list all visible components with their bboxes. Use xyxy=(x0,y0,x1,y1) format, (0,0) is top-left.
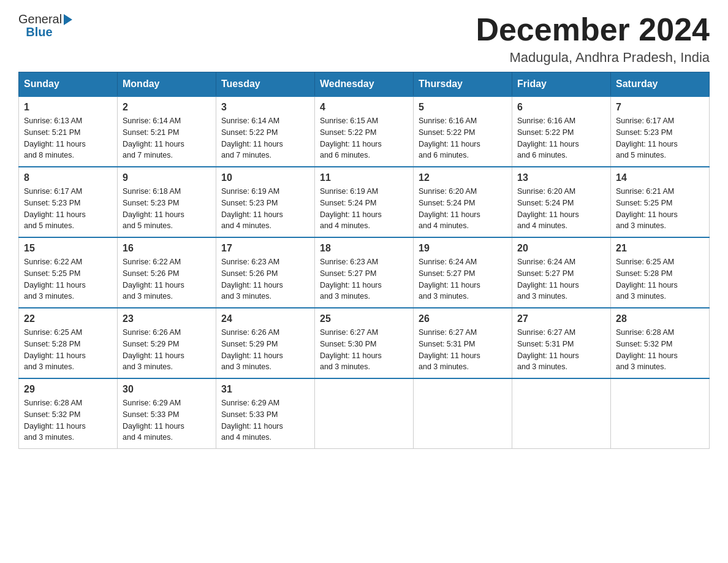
day-info: Sunrise: 6:29 AMSunset: 5:33 PMDaylight:… xyxy=(123,397,211,443)
day-info: Sunrise: 6:16 AMSunset: 5:22 PMDaylight:… xyxy=(517,115,605,161)
header-cell-tuesday: Tuesday xyxy=(216,72,315,97)
day-number: 20 xyxy=(517,243,605,254)
day-number: 4 xyxy=(320,102,408,113)
week-row-1: 1 Sunrise: 6:13 AMSunset: 5:21 PMDayligh… xyxy=(19,96,710,167)
month-title: December 2024 xyxy=(476,12,710,47)
logo-text-general: General xyxy=(18,12,62,26)
day-number: 29 xyxy=(24,384,112,395)
day-info: Sunrise: 6:18 AMSunset: 5:23 PMDaylight:… xyxy=(123,186,211,232)
calendar-cell: 31 Sunrise: 6:29 AMSunset: 5:33 PMDaylig… xyxy=(216,378,315,449)
calendar-cell: 26 Sunrise: 6:27 AMSunset: 5:31 PMDaylig… xyxy=(414,308,512,378)
day-info: Sunrise: 6:23 AMSunset: 5:26 PMDaylight:… xyxy=(221,256,309,302)
day-number: 5 xyxy=(419,102,507,113)
calendar-cell: 27 Sunrise: 6:27 AMSunset: 5:31 PMDaylig… xyxy=(512,308,611,378)
location-title: Madugula, Andhra Pradesh, India xyxy=(476,50,710,66)
calendar-cell: 5 Sunrise: 6:16 AMSunset: 5:22 PMDayligh… xyxy=(414,96,512,167)
calendar-cell: 29 Sunrise: 6:28 AMSunset: 5:32 PMDaylig… xyxy=(19,378,118,449)
day-info: Sunrise: 6:14 AMSunset: 5:22 PMDaylight:… xyxy=(221,115,309,161)
calendar-cell: 9 Sunrise: 6:18 AMSunset: 5:23 PMDayligh… xyxy=(118,167,216,237)
page-header: General Blue December 2024 Madugula, And… xyxy=(18,12,710,66)
calendar-cell: 30 Sunrise: 6:29 AMSunset: 5:33 PMDaylig… xyxy=(118,378,216,449)
day-number: 21 xyxy=(616,243,704,254)
calendar-cell: 22 Sunrise: 6:25 AMSunset: 5:28 PMDaylig… xyxy=(19,308,118,378)
day-info: Sunrise: 6:25 AMSunset: 5:28 PMDaylight:… xyxy=(616,256,704,302)
day-number: 8 xyxy=(24,172,112,183)
day-number: 31 xyxy=(221,384,309,395)
calendar-cell: 7 Sunrise: 6:17 AMSunset: 5:23 PMDayligh… xyxy=(611,96,710,167)
calendar-cell xyxy=(414,378,512,449)
day-number: 7 xyxy=(616,102,704,113)
day-number: 10 xyxy=(221,172,309,183)
day-number: 6 xyxy=(517,102,605,113)
day-info: Sunrise: 6:23 AMSunset: 5:27 PMDaylight:… xyxy=(320,256,408,302)
day-number: 18 xyxy=(320,243,408,254)
calendar-cell: 28 Sunrise: 6:28 AMSunset: 5:32 PMDaylig… xyxy=(611,308,710,378)
day-info: Sunrise: 6:22 AMSunset: 5:26 PMDaylight:… xyxy=(123,256,211,302)
day-info: Sunrise: 6:26 AMSunset: 5:29 PMDaylight:… xyxy=(221,327,309,373)
calendar-cell: 1 Sunrise: 6:13 AMSunset: 5:21 PMDayligh… xyxy=(19,96,118,167)
day-number: 2 xyxy=(123,102,211,113)
day-info: Sunrise: 6:14 AMSunset: 5:21 PMDaylight:… xyxy=(123,115,211,161)
week-row-5: 29 Sunrise: 6:28 AMSunset: 5:32 PMDaylig… xyxy=(19,378,710,449)
day-info: Sunrise: 6:17 AMSunset: 5:23 PMDaylight:… xyxy=(24,186,112,232)
logo-blue-label: Blue xyxy=(26,25,52,39)
title-block: December 2024 Madugula, Andhra Pradesh, … xyxy=(476,12,710,66)
day-info: Sunrise: 6:15 AMSunset: 5:22 PMDaylight:… xyxy=(320,115,408,161)
day-info: Sunrise: 6:21 AMSunset: 5:25 PMDaylight:… xyxy=(616,186,704,232)
header-cell-monday: Monday xyxy=(118,72,216,97)
calendar-cell: 4 Sunrise: 6:15 AMSunset: 5:22 PMDayligh… xyxy=(315,96,414,167)
calendar-cell: 13 Sunrise: 6:20 AMSunset: 5:24 PMDaylig… xyxy=(512,167,611,237)
week-row-3: 15 Sunrise: 6:22 AMSunset: 5:25 PMDaylig… xyxy=(19,237,710,308)
calendar-cell: 14 Sunrise: 6:21 AMSunset: 5:25 PMDaylig… xyxy=(611,167,710,237)
calendar-cell: 3 Sunrise: 6:14 AMSunset: 5:22 PMDayligh… xyxy=(216,96,315,167)
calendar-cell xyxy=(611,378,710,449)
calendar-table: SundayMondayTuesdayWednesdayThursdayFrid… xyxy=(18,72,710,449)
day-number: 9 xyxy=(123,172,211,183)
day-number: 27 xyxy=(517,313,605,324)
day-info: Sunrise: 6:28 AMSunset: 5:32 PMDaylight:… xyxy=(616,327,704,373)
day-number: 19 xyxy=(419,243,507,254)
day-number: 12 xyxy=(419,172,507,183)
day-number: 14 xyxy=(616,172,704,183)
day-info: Sunrise: 6:20 AMSunset: 5:24 PMDaylight:… xyxy=(517,186,605,232)
calendar-cell: 12 Sunrise: 6:20 AMSunset: 5:24 PMDaylig… xyxy=(414,167,512,237)
calendar-cell: 2 Sunrise: 6:14 AMSunset: 5:21 PMDayligh… xyxy=(118,96,216,167)
day-number: 25 xyxy=(320,313,408,324)
day-info: Sunrise: 6:17 AMSunset: 5:23 PMDaylight:… xyxy=(616,115,704,161)
day-info: Sunrise: 6:27 AMSunset: 5:30 PMDaylight:… xyxy=(320,327,408,373)
calendar-cell: 25 Sunrise: 6:27 AMSunset: 5:30 PMDaylig… xyxy=(315,308,414,378)
day-info: Sunrise: 6:24 AMSunset: 5:27 PMDaylight:… xyxy=(419,256,507,302)
calendar-cell xyxy=(315,378,414,449)
calendar-cell: 6 Sunrise: 6:16 AMSunset: 5:22 PMDayligh… xyxy=(512,96,611,167)
header-cell-saturday: Saturday xyxy=(611,72,710,97)
calendar-cell: 19 Sunrise: 6:24 AMSunset: 5:27 PMDaylig… xyxy=(414,237,512,308)
day-number: 15 xyxy=(24,243,112,254)
logo: General Blue xyxy=(18,12,72,39)
calendar-header: SundayMondayTuesdayWednesdayThursdayFrid… xyxy=(19,72,710,97)
calendar-cell: 18 Sunrise: 6:23 AMSunset: 5:27 PMDaylig… xyxy=(315,237,414,308)
day-info: Sunrise: 6:20 AMSunset: 5:24 PMDaylight:… xyxy=(419,186,507,232)
calendar-cell: 11 Sunrise: 6:19 AMSunset: 5:24 PMDaylig… xyxy=(315,167,414,237)
week-row-4: 22 Sunrise: 6:25 AMSunset: 5:28 PMDaylig… xyxy=(19,308,710,378)
day-info: Sunrise: 6:27 AMSunset: 5:31 PMDaylight:… xyxy=(419,327,507,373)
day-number: 3 xyxy=(221,102,309,113)
day-number: 13 xyxy=(517,172,605,183)
day-number: 11 xyxy=(320,172,408,183)
day-info: Sunrise: 6:25 AMSunset: 5:28 PMDaylight:… xyxy=(24,327,112,373)
day-number: 16 xyxy=(123,243,211,254)
calendar-cell: 24 Sunrise: 6:26 AMSunset: 5:29 PMDaylig… xyxy=(216,308,315,378)
day-number: 17 xyxy=(221,243,309,254)
calendar-cell xyxy=(512,378,611,449)
calendar-body: 1 Sunrise: 6:13 AMSunset: 5:21 PMDayligh… xyxy=(19,96,710,449)
calendar-cell: 20 Sunrise: 6:24 AMSunset: 5:27 PMDaylig… xyxy=(512,237,611,308)
logo-arrow-icon xyxy=(64,14,72,25)
header-cell-thursday: Thursday xyxy=(414,72,512,97)
day-info: Sunrise: 6:22 AMSunset: 5:25 PMDaylight:… xyxy=(24,256,112,302)
calendar-cell: 10 Sunrise: 6:19 AMSunset: 5:23 PMDaylig… xyxy=(216,167,315,237)
calendar-cell: 16 Sunrise: 6:22 AMSunset: 5:26 PMDaylig… xyxy=(118,237,216,308)
day-info: Sunrise: 6:24 AMSunset: 5:27 PMDaylight:… xyxy=(517,256,605,302)
day-info: Sunrise: 6:16 AMSunset: 5:22 PMDaylight:… xyxy=(419,115,507,161)
day-info: Sunrise: 6:19 AMSunset: 5:23 PMDaylight:… xyxy=(221,186,309,232)
calendar-cell: 8 Sunrise: 6:17 AMSunset: 5:23 PMDayligh… xyxy=(19,167,118,237)
header-row: SundayMondayTuesdayWednesdayThursdayFrid… xyxy=(19,72,710,97)
